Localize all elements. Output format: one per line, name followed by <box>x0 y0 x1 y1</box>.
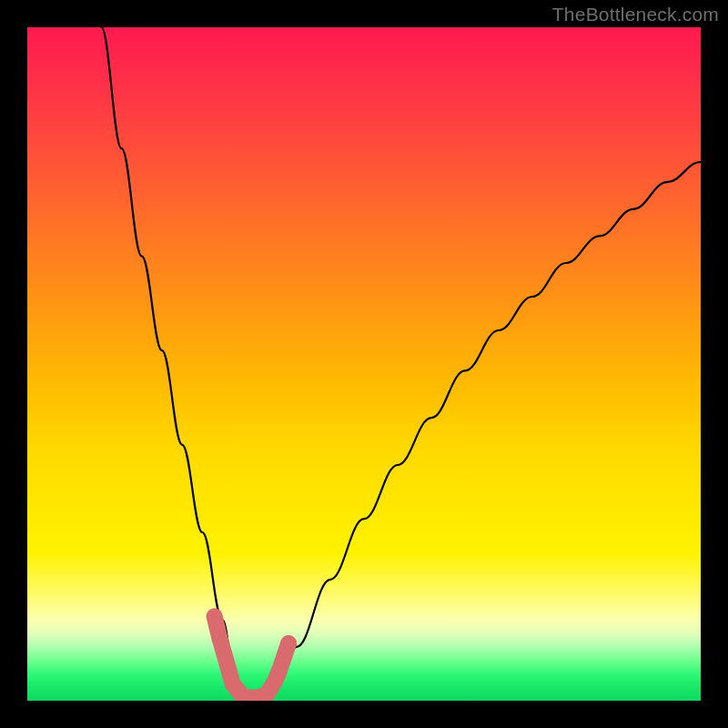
watermark-text: TheBottleneck.com <box>552 4 719 25</box>
marker-dot <box>280 635 297 652</box>
plot-area <box>27 27 701 701</box>
marker-dot <box>225 676 241 693</box>
chart-svg <box>27 27 701 701</box>
bottleneck-curve <box>101 27 701 701</box>
marker-dot <box>212 631 228 647</box>
marker-dot <box>271 662 288 679</box>
outer-frame: TheBottleneck.com <box>0 0 728 728</box>
